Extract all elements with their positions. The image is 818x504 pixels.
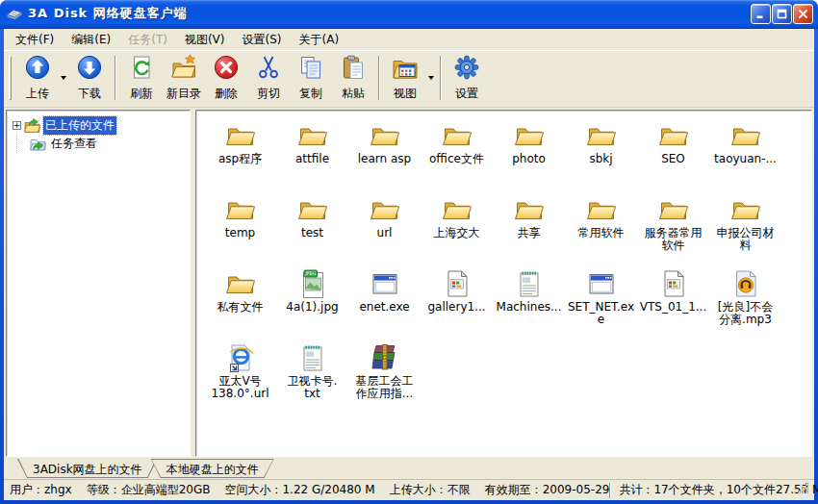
toolbar-button-delete[interactable]: 删除 [205, 52, 247, 104]
folder-icon [585, 193, 618, 226]
file-name: 亚太V号 138.0°.url [211, 375, 268, 400]
tree-item-label: 已上传的文件 [43, 116, 116, 135]
file-item[interactable]: 共享 [493, 193, 565, 267]
toolbar-button-label: 下载 [78, 86, 101, 102]
file-item[interactable]: test [276, 193, 348, 267]
file-name: 基层工会工 作应用指... [356, 375, 414, 400]
file-item[interactable]: gallery1... [421, 267, 493, 341]
toolbar-button-label: 视图 [394, 86, 417, 102]
toolbar-button-label: 删除 [215, 86, 238, 102]
folder-icon [441, 119, 473, 152]
file-item[interactable]: 上海交大 [421, 193, 493, 267]
download-icon [76, 54, 103, 85]
file-item[interactable]: temp [204, 193, 276, 267]
toolbar-button-copy[interactable]: 复制 [290, 52, 332, 104]
menu-item-edit[interactable]: 编辑(E) [63, 29, 119, 51]
toolbar-button-label: 上传 [26, 86, 49, 102]
tab-label: 本地硬盘上的文件 [166, 463, 259, 476]
window-title: 3A Disk 网络硬盘客户端 [28, 5, 745, 22]
toolbar-separator [115, 56, 116, 100]
menu-item-view[interactable]: 视图(V) [176, 29, 234, 51]
toolbar-button-upload[interactable]: 上传 [16, 52, 59, 104]
url-icon [224, 341, 257, 374]
status-field: 上传大小：不限 [390, 482, 471, 498]
folder-icon [729, 193, 762, 226]
folder-tree-panel: +已上传的文件任务查看 [6, 110, 191, 457]
toolbar-button-newdir[interactable]: 新目录 [163, 52, 205, 104]
file-item[interactable]: 卫视卡号. txt [276, 341, 348, 416]
toolbar-grip[interactable] [9, 56, 12, 100]
file-item[interactable]: Machines... [493, 267, 565, 341]
file-item[interactable]: 基层工会工 作应用指... [348, 341, 421, 416]
file-name: photo [512, 153, 546, 165]
toolbar-button-viewmode[interactable]: 视图 [384, 52, 426, 104]
toolbar-dropdown-viewmode[interactable] [426, 59, 436, 97]
file-name: VTS_01_1... [640, 301, 707, 314]
file-item[interactable]: JPEG4a(1).jpg [276, 267, 348, 341]
toolbar-button-settings[interactable]: 设置 [446, 52, 488, 104]
file-item[interactable]: [光良]不会 分离.mp3 [709, 267, 781, 341]
file-name: sbkj [589, 153, 612, 165]
file-name: 共享 [518, 227, 541, 239]
file-item[interactable]: taoyuan-... [709, 119, 781, 193]
jpeg-icon: JPEG [296, 267, 329, 300]
tab-remote[interactable]: 3ADisk网盘上的文件 [17, 459, 158, 478]
file-item[interactable]: 申报公司材 料 [709, 193, 781, 267]
toolbar-button-paste[interactable]: 粘贴 [332, 52, 374, 104]
folder-icon [369, 193, 401, 226]
folder-icon [585, 119, 618, 152]
file-item[interactable]: url [348, 193, 421, 267]
file-item[interactable]: photo [493, 119, 565, 193]
tab-local[interactable]: 本地硬盘上的文件 [151, 459, 274, 478]
file-name: SEO [661, 153, 685, 165]
textdoc-icon [296, 341, 329, 374]
resize-grip[interactable] [797, 482, 809, 494]
menu-item-file[interactable]: 文件(F) [7, 29, 63, 51]
file-name: 私有文件 [217, 301, 264, 314]
file-item[interactable]: 服务器常用 软件 [637, 193, 709, 267]
toolbar-button-label: 复制 [299, 86, 322, 102]
toolbar-button-download[interactable]: 下载 [68, 52, 111, 104]
file-item[interactable]: 常用软件 [565, 193, 637, 267]
file-item[interactable]: 亚太V号 138.0°.url [204, 341, 276, 416]
sidebar-item-task-view[interactable]: 任务查看 [11, 135, 188, 153]
minimize-button[interactable] [751, 4, 771, 24]
close-button[interactable] [793, 4, 813, 24]
folder-icon [657, 193, 690, 226]
file-item[interactable]: learn asp [348, 119, 421, 193]
menu-item-setting[interactable]: 设置(S) [234, 29, 291, 51]
file-name: enet.exe [359, 301, 409, 314]
file-item[interactable]: enet.exe [348, 267, 421, 341]
toolbar-button-cut[interactable]: 剪切 [247, 52, 290, 104]
tree-expand-toggle[interactable]: + [13, 121, 21, 130]
file-item[interactable]: SEO [637, 119, 709, 193]
file-name: 4a(1).jpg [286, 301, 338, 314]
toolbar-separator [378, 56, 380, 100]
file-item[interactable]: VTS_01_1... [637, 267, 709, 341]
menu-item-about[interactable]: 关于(A) [290, 29, 347, 51]
file-name: taoyuan-... [714, 153, 777, 165]
sidebar-item-uploaded-files[interactable]: +已上传的文件 [11, 116, 188, 135]
toolbar-button-label: 设置 [455, 86, 478, 102]
content-area: +已上传的文件任务查看 asp程序attfilelearn aspoffice文… [4, 108, 814, 459]
maximize-button[interactable] [772, 4, 792, 24]
file-item[interactable]: asp程序 [204, 119, 276, 193]
file-item[interactable]: SET_NET.exe [565, 267, 637, 341]
file-item[interactable]: 私有文件 [204, 267, 276, 341]
folder-icon [513, 119, 546, 152]
status-left: 用户：zhgx等级：企业高端型20GB空间大小：1.22 G/20480 M上传… [10, 482, 609, 498]
titlebar: 3A Disk 网络硬盘客户端 [0, 0, 818, 29]
folder-go-icon [30, 137, 46, 151]
app-icon [369, 267, 401, 300]
file-item[interactable]: attfile [276, 119, 348, 193]
toolbar-button-refresh[interactable]: 刷新 [120, 52, 163, 104]
toolbar-dropdown-upload[interactable] [59, 59, 68, 97]
status-divider [609, 483, 611, 498]
file-item[interactable]: office文件 [421, 119, 493, 193]
file-grid: asp程序attfilelearn aspoffice文件photosbkjSE… [204, 119, 811, 416]
folder-icon [441, 193, 473, 226]
rar-icon [369, 341, 401, 374]
tab-label: 3ADisk网盘上的文件 [33, 463, 142, 476]
file-item[interactable]: sbkj [565, 119, 637, 193]
folder-icon [296, 119, 329, 152]
